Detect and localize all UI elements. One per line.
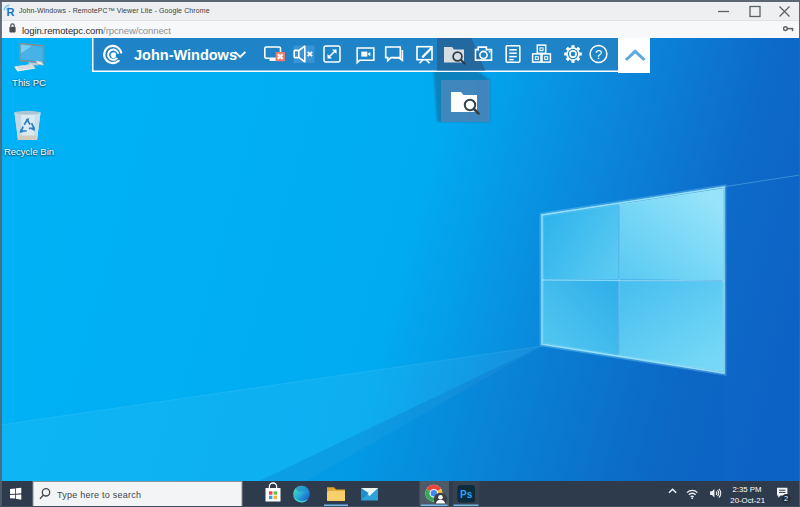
svg-text:?: ? xyxy=(595,47,602,62)
svg-text:John-Windows: John-Windows xyxy=(134,47,237,63)
svg-text:Type here to search: Type here to search xyxy=(57,489,141,499)
svg-text:R: R xyxy=(6,6,14,17)
svg-text:20-Oct-21: 20-Oct-21 xyxy=(730,496,765,505)
svg-text:2: 2 xyxy=(784,494,788,503)
svg-text:Ps: Ps xyxy=(460,489,473,500)
svg-text:2:35 PM: 2:35 PM xyxy=(732,484,761,493)
